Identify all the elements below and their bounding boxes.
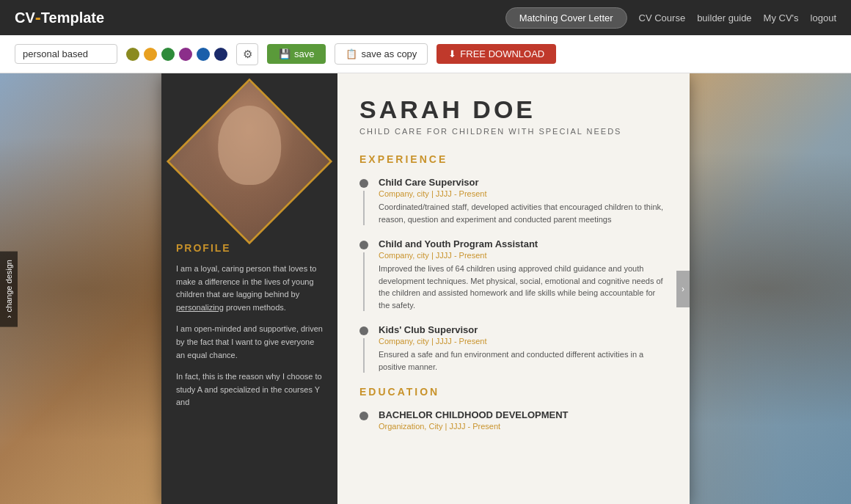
education-item: BACHELOR CHILDHOOD DEVELOPMENT Organizat… xyxy=(359,409,668,434)
download-button[interactable]: ⬇ FREE DOWNLOAD xyxy=(437,44,556,64)
matching-cover-letter-button[interactable]: Matching Cover Letter xyxy=(505,7,627,29)
my-cvs-link[interactable]: My CV's xyxy=(764,12,799,23)
color-palette xyxy=(126,48,227,61)
toolbar: ⚙ 💾 save 📋 save as copy ⬇ FREE DOWNLOAD xyxy=(0,35,851,73)
timeline-col xyxy=(359,177,368,225)
timeline-col xyxy=(359,409,368,434)
timeline-dot xyxy=(359,326,368,335)
color-dot-purple[interactable] xyxy=(179,48,192,61)
profile-photo xyxy=(170,82,329,241)
logo-template-text: Template xyxy=(41,10,104,26)
color-dot-blue[interactable] xyxy=(197,48,210,61)
experience-description: Coordinated/trained staff, developed act… xyxy=(379,201,668,225)
logo-cv-text: CV xyxy=(15,10,35,26)
color-dot-green[interactable] xyxy=(161,48,175,61)
timeline-line xyxy=(363,338,365,373)
color-dot-orange[interactable] xyxy=(144,48,157,61)
cv-course-link[interactable]: CV Course xyxy=(639,12,686,23)
cv-subtitle: CHILD CARE FOR CHILDREN WITH SPECIAL NEE… xyxy=(359,127,668,136)
panel-expand-button[interactable]: › xyxy=(676,271,690,307)
gear-icon: ⚙ xyxy=(243,48,252,61)
timeline-line xyxy=(363,191,365,225)
experience-role: Child Care Supervisor xyxy=(379,177,668,188)
profile-paragraph-2: I am open-minded and supportive, driven … xyxy=(176,323,323,362)
experience-content: Child Care Supervisor Company, city | JJ… xyxy=(379,177,668,225)
education-org: Organization, City | JJJJ - Present xyxy=(379,422,569,431)
avatar xyxy=(170,82,329,241)
settings-button[interactable]: ⚙ xyxy=(236,43,258,65)
canvas-area: › change design PROFILE I am a loyal, ca… xyxy=(0,73,851,504)
cv-right-panel: SARAH DOE CHILD CARE FOR CHILDREN WITH S… xyxy=(337,73,690,504)
experience-role: Child and Youth Program Assistant xyxy=(379,238,668,249)
logout-link[interactable]: logout xyxy=(811,12,836,23)
experience-company: Company, city | JJJJ - Present xyxy=(379,337,668,346)
experience-description: Improved the lives of 64 children using … xyxy=(379,263,668,311)
experience-item: Child and Youth Program Assistant Compan… xyxy=(359,238,668,311)
navbar: CV - Template Matching Cover Letter CV C… xyxy=(0,0,851,35)
save-icon: 💾 xyxy=(279,48,291,59)
experience-section-title: EXPERIENCE xyxy=(359,153,668,165)
save-button[interactable]: 💾 save xyxy=(267,44,326,64)
experience-company: Company, city | JJJJ - Present xyxy=(379,189,668,198)
timeline-dot xyxy=(359,412,368,420)
experience-list: Child Care Supervisor Company, city | JJ… xyxy=(359,177,668,373)
change-design-tab[interactable]: › change design xyxy=(0,251,18,326)
logo: CV - Template xyxy=(15,7,104,28)
builder-guide-link[interactable]: builder guide xyxy=(697,12,751,23)
cv-document: PROFILE I am a loyal, caring person that… xyxy=(161,73,690,504)
download-icon: ⬇ xyxy=(448,48,456,59)
color-dot-dark-blue[interactable] xyxy=(214,48,227,61)
copy-icon: 📋 xyxy=(346,48,357,59)
personalizing-link[interactable]: personalizing xyxy=(176,303,224,312)
timeline-col xyxy=(359,238,368,311)
experience-content: Child and Youth Program Assistant Compan… xyxy=(379,238,668,311)
experience-role: Kids' Club Supervisor xyxy=(379,324,668,335)
education-section-title: EDUCATION xyxy=(359,386,668,398)
timeline-col xyxy=(359,324,368,373)
experience-content: Kids' Club Supervisor Company, city | JJ… xyxy=(379,324,668,373)
logo-dash: - xyxy=(35,7,41,28)
timeline-line xyxy=(363,252,365,311)
save-copy-button[interactable]: 📋 save as copy xyxy=(335,43,428,65)
experience-item: Child Care Supervisor Company, city | JJ… xyxy=(359,177,668,225)
profile-paragraph-1: I am a loyal, caring person that loves t… xyxy=(176,263,323,314)
chevron-right-icon: › xyxy=(682,284,684,294)
chevron-right-icon: › xyxy=(4,315,13,318)
color-dot-olive[interactable] xyxy=(126,48,139,61)
timeline-dot xyxy=(359,241,368,249)
experience-company: Company, city | JJJJ - Present xyxy=(379,251,668,260)
experience-item: Kids' Club Supervisor Company, city | JJ… xyxy=(359,324,668,373)
education-content: BACHELOR CHILDHOOD DEVELOPMENT Organizat… xyxy=(379,409,569,434)
template-name-input[interactable] xyxy=(15,44,117,64)
education-degree: BACHELOR CHILDHOOD DEVELOPMENT xyxy=(379,409,569,420)
profile-photo-frame xyxy=(167,78,332,244)
experience-description: Ensured a safe and fun environment and c… xyxy=(379,348,668,373)
cv-name: SARAH DOE xyxy=(359,95,668,124)
change-design-label: change design xyxy=(4,260,13,313)
cv-left-panel: PROFILE I am a loyal, caring person that… xyxy=(161,73,337,504)
timeline-dot xyxy=(359,179,368,188)
profile-paragraph-3: In fact, this is the reason why I choose… xyxy=(176,370,323,409)
